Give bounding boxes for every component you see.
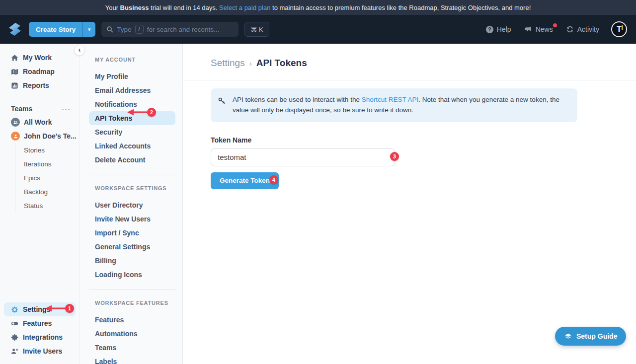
generate-token-button[interactable]: Generate Token bbox=[211, 172, 279, 189]
main-content: Settings › API Tokens API tokens can be … bbox=[183, 44, 636, 364]
breadcrumb-settings-link[interactable]: Settings bbox=[211, 58, 245, 69]
app-header: Create Story ▾ Type / for search and rec… bbox=[0, 15, 636, 44]
banner-text-prefix: Your bbox=[105, 4, 120, 11]
sidebar-item-john-does-team[interactable]: John Doe's Te... bbox=[0, 129, 80, 143]
annotation-badge-4: 4 bbox=[269, 175, 278, 184]
banner-text-middle: trial will end in 14 days. bbox=[149, 4, 219, 11]
shortcut-rest-api-link[interactable]: Shortcut REST API bbox=[362, 96, 419, 103]
settings-nav-item-security[interactable]: Security bbox=[89, 125, 174, 139]
avatar-letter: T bbox=[617, 25, 622, 34]
annotation-badge-3: 3 bbox=[390, 152, 399, 161]
trial-banner: Your Business trial will end in 14 days.… bbox=[0, 0, 636, 15]
settings-nav-item-user-directory[interactable]: User Directory bbox=[89, 198, 174, 212]
breadcrumb-separator: › bbox=[249, 59, 252, 68]
bar-chart-icon bbox=[11, 82, 18, 89]
user-avatar[interactable]: T bbox=[611, 21, 627, 37]
sidebar-item-invite-users[interactable]: Invite Users bbox=[0, 344, 80, 358]
setup-guide-button[interactable]: Setup Guide bbox=[555, 327, 626, 346]
help-label: Help bbox=[497, 25, 511, 33]
annotation-arrow-icon bbox=[127, 108, 147, 117]
section-title-workspace-features: WORKSPACE FEATURES bbox=[95, 300, 174, 306]
sidebar-item-all-work[interactable]: All Work bbox=[0, 115, 80, 129]
search-input[interactable]: Type / for search and recents... bbox=[101, 22, 238, 37]
search-icon bbox=[106, 26, 113, 33]
sidebar-item-label: Integrations bbox=[23, 333, 63, 341]
settings-secondary-nav: MY ACCOUNT My Profile Email Addresses No… bbox=[80, 44, 183, 364]
key-icon bbox=[218, 97, 226, 105]
settings-nav-item-billing[interactable]: Billing bbox=[89, 254, 174, 268]
create-story-caret-icon[interactable]: ▾ bbox=[82, 22, 95, 37]
settings-nav-item-my-profile[interactable]: My Profile bbox=[89, 70, 174, 83]
setup-guide-label: Setup Guide bbox=[576, 332, 617, 340]
annotation-arrow-icon bbox=[45, 304, 65, 313]
help-button[interactable]: ? Help bbox=[486, 25, 511, 33]
activity-button[interactable]: Activity bbox=[566, 25, 599, 33]
sidebar-item-integrations[interactable]: Integrations bbox=[0, 330, 80, 344]
stacked-layers-icon bbox=[564, 332, 572, 341]
settings-nav-item-loading-icons[interactable]: Loading Icons bbox=[89, 268, 174, 282]
team-sublist: Stories Iterations Epics Backlog Status bbox=[15, 143, 80, 213]
settings-nav-item-features[interactable]: Features bbox=[89, 313, 174, 327]
token-name-input[interactable] bbox=[211, 148, 395, 166]
shortcut-logo[interactable] bbox=[7, 21, 23, 37]
all-work-avatar bbox=[11, 118, 20, 127]
settings-nav-item-invite-new-users[interactable]: Invite New Users bbox=[89, 212, 174, 226]
sidebar-item-label: My Work bbox=[23, 54, 52, 62]
annotation-step-1: 1 bbox=[45, 304, 74, 313]
left-sidebar: ‹ My Work Roadmap Reports Teams ··· bbox=[0, 44, 80, 364]
sidebar-item-status[interactable]: Status bbox=[24, 199, 80, 213]
info-text-before: API tokens can be used to interact with … bbox=[233, 96, 362, 103]
settings-nav-item-labels[interactable]: Labels bbox=[89, 355, 174, 364]
select-paid-plan-link[interactable]: Select a paid plan bbox=[219, 4, 270, 11]
sidebar-item-stories[interactable]: Stories bbox=[24, 143, 80, 157]
settings-nav-item-import-sync[interactable]: Import / Sync bbox=[89, 226, 174, 240]
annotation-badge-2: 2 bbox=[147, 108, 156, 117]
sidebar-item-backlog[interactable]: Backlog bbox=[24, 185, 80, 199]
create-story-button[interactable]: Create Story ▾ bbox=[29, 22, 95, 37]
header-divider bbox=[183, 80, 636, 80]
sidebar-item-roadmap[interactable]: Roadmap bbox=[0, 65, 80, 78]
sidebar-item-reports[interactable]: Reports bbox=[0, 78, 80, 92]
settings-nav-item-automations[interactable]: Automations bbox=[89, 327, 174, 341]
search-type-label: Type bbox=[117, 26, 131, 33]
sidebar-item-iterations[interactable]: Iterations bbox=[24, 157, 80, 171]
team-label: All Work bbox=[24, 118, 52, 126]
create-story-label[interactable]: Create Story bbox=[29, 22, 82, 37]
teams-menu-button[interactable]: ··· bbox=[62, 106, 71, 111]
team-label: John Doe's Te... bbox=[24, 132, 77, 140]
sidebar-item-label: Roadmap bbox=[23, 68, 55, 75]
settings-nav-item-linked-accounts[interactable]: Linked Accounts bbox=[89, 139, 174, 153]
command-k-shortcut-button[interactable]: ⌘ K bbox=[244, 22, 269, 37]
puzzle-icon bbox=[11, 334, 18, 341]
section-divider bbox=[89, 175, 175, 175]
token-name-label: Token Name bbox=[211, 136, 636, 144]
sidebar-item-features[interactable]: Features bbox=[0, 316, 80, 330]
banner-plan-name: Business bbox=[120, 4, 149, 11]
breadcrumb: Settings › API Tokens bbox=[183, 44, 636, 69]
news-button[interactable]: News bbox=[524, 25, 553, 33]
section-title-workspace-settings: WORKSPACE SETTINGS bbox=[95, 185, 174, 191]
settings-nav-item-delete-account[interactable]: Delete Account bbox=[89, 153, 174, 167]
annotation-badge-1: 1 bbox=[65, 304, 74, 313]
sidebar-collapse-button[interactable]: ‹ bbox=[74, 45, 85, 56]
sidebar-item-my-work[interactable]: My Work bbox=[0, 51, 80, 65]
settings-nav-item-email-addresses[interactable]: Email Addresses bbox=[89, 83, 174, 97]
activity-icon bbox=[566, 25, 574, 33]
home-icon bbox=[11, 54, 18, 62]
annotation-step-2: 2 bbox=[127, 108, 156, 117]
toggle-icon bbox=[11, 320, 18, 327]
section-divider bbox=[89, 290, 175, 290]
people-icon bbox=[13, 120, 18, 125]
info-text: API tokens can be used to interact with … bbox=[233, 95, 568, 116]
gear-icon bbox=[11, 306, 18, 313]
help-icon: ? bbox=[486, 26, 493, 33]
settings-nav-item-teams[interactable]: Teams bbox=[89, 341, 174, 355]
sidebar-item-epics[interactable]: Epics bbox=[24, 171, 80, 185]
map-icon bbox=[11, 68, 18, 75]
teams-section-header: Teams ··· bbox=[0, 102, 80, 115]
page-title: API Tokens bbox=[256, 58, 307, 69]
megaphone-icon bbox=[524, 25, 532, 33]
section-title-my-account: MY ACCOUNT bbox=[95, 57, 174, 63]
api-tokens-info-box: API tokens can be used to interact with … bbox=[211, 88, 577, 122]
settings-nav-item-general-settings[interactable]: General Settings bbox=[89, 240, 174, 254]
